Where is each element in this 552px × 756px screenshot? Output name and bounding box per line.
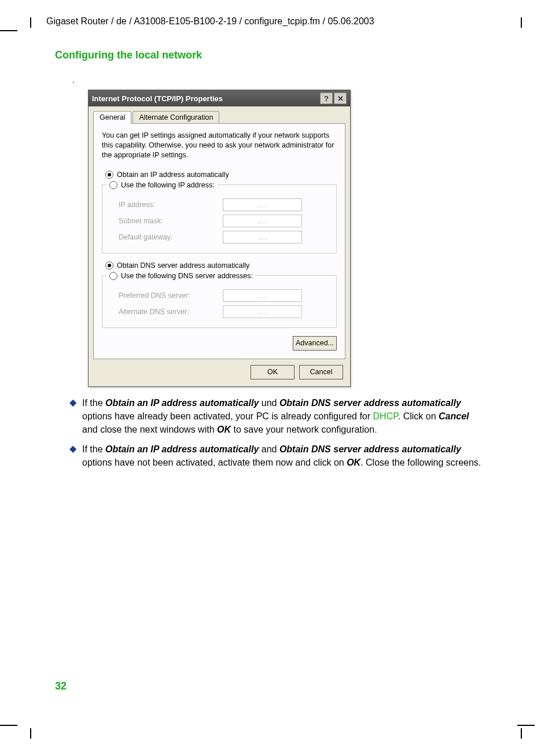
fieldset-ip-manual: Use the following IP address: IP address… xyxy=(102,181,337,253)
radio-obtain-ip-auto[interactable] xyxy=(105,171,113,179)
text: and xyxy=(259,444,279,454)
text: If the xyxy=(82,398,105,408)
dialog-intro-text: You can get IP settings assigned automat… xyxy=(102,131,337,160)
label-subnet-mask: Subnet mask: xyxy=(108,217,223,225)
text: to save your network configuration. xyxy=(231,425,377,434)
bullet-2: ◆ If the Obtain an IP address automatica… xyxy=(69,442,486,469)
input-ip-address[interactable]: . . . xyxy=(223,198,302,211)
dialog-tabs: General Alternate Configuration xyxy=(93,111,345,124)
instruction-list: ◆ If the Obtain an IP address automatica… xyxy=(69,396,486,475)
label-alternate-dns: Alternate DNS server: xyxy=(108,308,223,316)
label-obtain-ip-auto: Obtain an IP address automatically xyxy=(117,171,229,179)
input-preferred-dns[interactable]: . . . xyxy=(223,289,302,302)
ok-button[interactable]: OK xyxy=(251,365,295,379)
input-subnet-mask[interactable]: . . . xyxy=(223,215,302,227)
label-ip-address: IP address: xyxy=(108,201,223,209)
page-number: 32 xyxy=(55,680,67,692)
text: und xyxy=(259,398,279,408)
text: . Close the following screens. xyxy=(360,458,481,467)
bullet-marker-icon: ◆ xyxy=(69,396,76,437)
input-alternate-dns[interactable]: . . . xyxy=(223,305,302,318)
text: . Click on xyxy=(398,411,439,421)
text-bold: Obtain DNS server address automatically xyxy=(279,444,461,454)
label-use-dns-manual: Use the following DNS server addresses: xyxy=(121,272,253,280)
text: If the xyxy=(82,444,105,454)
text-bold: Obtain an IP address automatically xyxy=(105,444,259,454)
advanced-button[interactable]: Advanced... xyxy=(293,336,337,351)
label-use-ip-manual: Use the following IP address: xyxy=(121,181,215,189)
tab-alternate-configuration[interactable]: Alternate Configuration xyxy=(133,111,219,123)
input-default-gateway[interactable]: . . . xyxy=(223,231,302,244)
page-header: Gigaset Router / de / A31008-E105-B100-2… xyxy=(46,16,374,27)
text-bold: Cancel xyxy=(439,411,469,421)
text-bold: Obtain DNS server address automatically xyxy=(279,398,461,408)
radio-use-ip-manual[interactable] xyxy=(109,181,117,189)
bullet-marker-icon: ◆ xyxy=(69,442,76,469)
text: options have not been activated, activat… xyxy=(82,458,347,467)
dialog-title: Internet Protocol (TCP/IP) Properties xyxy=(92,94,223,103)
intro-dot: . xyxy=(72,75,75,84)
text-bold: OK xyxy=(217,425,231,434)
help-button[interactable]: ? xyxy=(320,93,333,104)
dialog-footer: OK Cancel xyxy=(89,359,350,386)
link-dhcp[interactable]: DHCP xyxy=(373,411,398,421)
radio-use-dns-manual[interactable] xyxy=(109,272,117,280)
close-button[interactable]: ✕ xyxy=(334,93,347,104)
dialog-titlebar: Internet Protocol (TCP/IP) Properties ? … xyxy=(89,90,350,106)
label-preferred-dns: Preferred DNS server: xyxy=(108,292,223,300)
section-title: Configuring the local network xyxy=(55,49,202,61)
radio-obtain-dns-auto[interactable] xyxy=(105,261,113,270)
tcpip-properties-dialog: Internet Protocol (TCP/IP) Properties ? … xyxy=(88,90,351,387)
label-obtain-dns-auto: Obtain DNS server address automatically xyxy=(117,261,249,270)
text-bold: OK xyxy=(347,458,360,467)
text: options have already been activated, you… xyxy=(82,411,373,421)
bullet-1: ◆ If the Obtain an IP address automatica… xyxy=(69,396,486,437)
cancel-button[interactable]: Cancel xyxy=(299,365,343,379)
text-bold: Obtain an IP address automatically xyxy=(105,398,259,408)
label-default-gateway: Default gateway: xyxy=(108,233,223,241)
fieldset-dns-manual: Use the following DNS server addresses: … xyxy=(102,272,337,328)
text: and close the next windows with xyxy=(82,425,217,434)
tab-panel-general: You can get IP settings assigned automat… xyxy=(93,123,345,359)
tab-general[interactable]: General xyxy=(93,111,131,124)
